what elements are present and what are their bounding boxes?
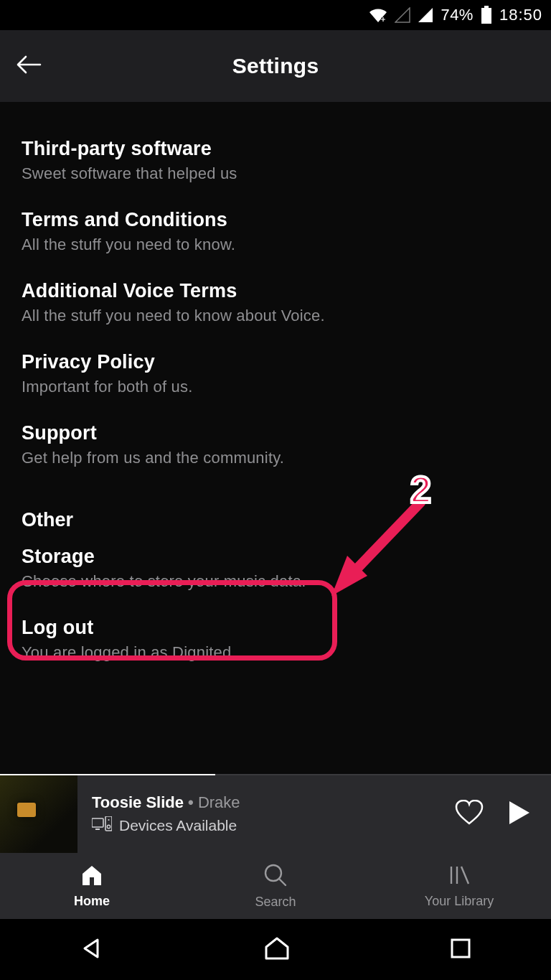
settings-item-subtitle: Choose where to store your music data.: [22, 572, 529, 591]
android-nav-bar: [0, 919, 551, 980]
svg-line-13: [280, 879, 286, 885]
svg-point-12: [265, 865, 281, 881]
svg-rect-6: [92, 818, 103, 827]
settings-item-subtitle: Get help from us and the community.: [22, 449, 529, 467]
nav-back-button[interactable]: [77, 934, 106, 966]
settings-item-subtitle: All the stuff you need to know.: [22, 235, 529, 254]
android-status-bar: 74% 18:50: [0, 0, 551, 30]
now-playing-track-title: Toosie Slide: [92, 793, 184, 811]
settings-item-storage[interactable]: Storage Choose where to store your music…: [22, 536, 529, 607]
play-button[interactable]: [508, 800, 531, 829]
settings-item-title: Third-party software: [22, 138, 529, 160]
album-art: [0, 775, 77, 853]
settings-item-subtitle: All the stuff you need to know about Voi…: [22, 307, 529, 325]
settings-item-title: Storage: [22, 546, 529, 568]
annotation-number: 2: [410, 468, 431, 511]
settings-item-title: Privacy Policy: [22, 351, 529, 373]
home-icon: [80, 864, 104, 890]
svg-marker-11: [509, 801, 529, 824]
tab-label: Home: [74, 894, 110, 909]
now-playing-actions: [455, 800, 551, 829]
nav-recents-button[interactable]: [448, 935, 474, 964]
back-button[interactable]: [16, 54, 42, 78]
page-title: Settings: [0, 54, 551, 78]
svg-rect-7: [95, 829, 100, 830]
settings-item-log-out[interactable]: Log out You are logged in as Dignited: [22, 607, 529, 678]
svg-rect-17: [452, 940, 469, 957]
devices-available-label: Devices Available: [119, 817, 237, 834]
like-button[interactable]: [455, 800, 484, 829]
tab-label: Your Library: [425, 894, 494, 909]
section-header-other: Other: [22, 509, 529, 531]
settings-item-privacy-policy[interactable]: Privacy Policy Important for both of us.: [22, 341, 529, 412]
library-icon: [447, 864, 471, 890]
settings-item-support[interactable]: Support Get help from us and the communi…: [22, 412, 529, 483]
settings-item-title: Terms and Conditions: [22, 209, 529, 231]
bottom-tab-bar: Home Search Your Library: [0, 853, 551, 919]
nav-home-button[interactable]: [262, 934, 292, 966]
settings-content: Third-party software Sweet software that…: [0, 102, 551, 775]
svg-point-10: [108, 818, 109, 820]
settings-item-title: Support: [22, 422, 529, 444]
signal-icon: [418, 7, 433, 23]
tab-search[interactable]: Search: [184, 853, 367, 919]
wifi-icon: [369, 7, 387, 23]
settings-item-title: Log out: [22, 617, 529, 639]
svg-point-9: [107, 825, 110, 828]
now-playing-track-line: Toosie Slide • Drake: [92, 793, 455, 812]
settings-item-terms-and-conditions[interactable]: Terms and Conditions All the stuff you n…: [22, 199, 529, 270]
now-playing-meta: Toosie Slide • Drake Devices Available: [77, 793, 455, 836]
tab-label: Search: [255, 895, 296, 910]
svg-line-4: [349, 503, 420, 577]
battery-percentage: 74%: [441, 6, 474, 24]
settings-item-third-party-software[interactable]: Third-party software Sweet software that…: [22, 128, 529, 199]
now-playing-bar[interactable]: Toosie Slide • Drake Devices Available: [0, 775, 551, 853]
tab-your-library[interactable]: Your Library: [367, 853, 551, 919]
settings-item-additional-voice-terms[interactable]: Additional Voice Terms All the stuff you…: [22, 270, 529, 341]
settings-item-title: Additional Voice Terms: [22, 280, 529, 302]
svg-rect-1: [484, 6, 489, 8]
settings-item-subtitle: Important for both of us.: [22, 378, 529, 396]
settings-item-subtitle: Sweet software that helped us: [22, 164, 529, 183]
settings-item-subtitle: You are logged in as Dignited: [22, 643, 529, 662]
search-icon: [263, 863, 288, 890]
separator-dot: •: [188, 793, 194, 811]
devices-available[interactable]: Devices Available: [92, 816, 455, 836]
tab-home[interactable]: Home: [0, 853, 184, 919]
svg-line-16: [461, 867, 468, 884]
app-header: Settings: [0, 30, 551, 102]
devices-icon: [92, 816, 112, 836]
now-playing-artist: Drake: [198, 793, 240, 811]
signal-empty-icon: [395, 7, 410, 23]
battery-icon: [481, 6, 492, 24]
clock-time: 18:50: [499, 6, 542, 24]
